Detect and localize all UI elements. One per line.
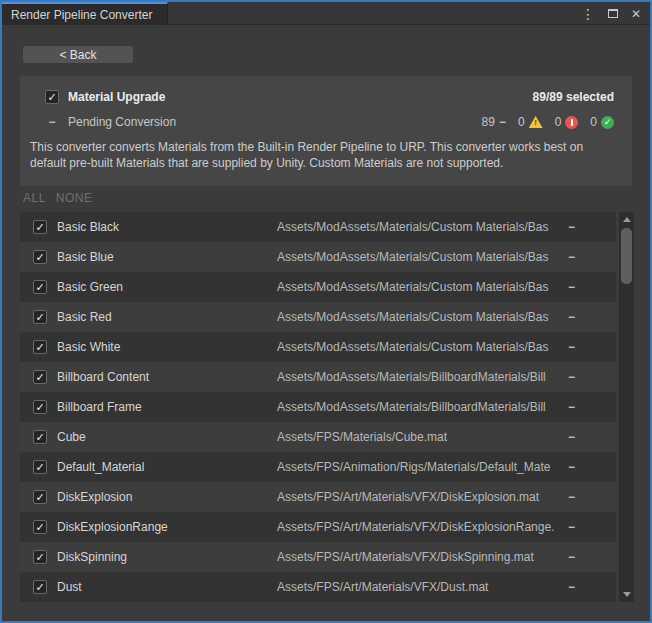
pending-status-icon: −	[568, 250, 575, 264]
pending-status-icon: −	[568, 460, 575, 474]
material-path: Assets/ModAssets/Materials/Custom Materi…	[277, 280, 554, 294]
pending-status-icon: −	[568, 520, 575, 534]
material-checkbox[interactable]: ✓	[33, 580, 47, 594]
material-checkbox[interactable]: ✓	[33, 370, 47, 384]
close-icon[interactable]: ✕	[631, 8, 641, 20]
select-none-button[interactable]: NONE	[56, 191, 93, 205]
material-name: DiskExplosion	[57, 490, 132, 504]
material-path: Assets/FPS/Animation/Rigs/Materials/Defa…	[277, 460, 554, 474]
pending-conversion-label: Pending Conversion	[68, 115, 176, 129]
selected-count: 89/89 selected	[533, 90, 614, 104]
material-name: DiskSpinning	[57, 550, 127, 564]
material-path: Assets/FPS/Materials/Cube.mat	[277, 430, 554, 444]
pending-status-icon: −	[568, 280, 575, 294]
material-row[interactable]: ✓ DiskExplosion Assets/FPS/Art/Materials…	[20, 482, 616, 512]
material-row[interactable]: ✓ Basic White Assets/ModAssets/Materials…	[20, 332, 616, 362]
error-count-group: 0	[555, 115, 579, 129]
converter-title: Material Upgrade	[68, 90, 165, 104]
title-bar: Render Pipeline Converter ⋮ ✕	[2, 2, 650, 25]
material-checkbox[interactable]: ✓	[33, 310, 47, 324]
warning-count: 0	[518, 115, 525, 129]
material-path: Assets/ModAssets/Materials/Custom Materi…	[277, 250, 554, 264]
material-upgrade-checkbox[interactable]: ✓	[45, 90, 59, 104]
pending-status-icon: −	[568, 580, 575, 594]
material-name: Default_Material	[57, 460, 144, 474]
materials-list: ✓ Basic Black Assets/ModAssets/Materials…	[20, 212, 616, 602]
material-name: DiskExplosionRange	[57, 520, 168, 534]
back-button[interactable]: < Back	[22, 45, 134, 64]
material-row[interactable]: ✓ Dust Assets/FPS/Art/Materials/VFX/Dust…	[20, 572, 616, 602]
material-checkbox[interactable]: ✓	[33, 220, 47, 234]
window-controls: ⋮ ✕	[581, 2, 641, 25]
success-count-group: 0 ✓	[590, 115, 614, 129]
scrollbar-thumb[interactable]	[621, 228, 632, 284]
material-row[interactable]: ✓ Basic Red Assets/ModAssets/Materials/C…	[20, 302, 616, 332]
pending-status-icon: −	[499, 115, 506, 129]
kebab-menu-icon[interactable]: ⋮	[581, 7, 595, 21]
tab-render-pipeline-converter[interactable]: Render Pipeline Converter	[2, 2, 168, 25]
material-checkbox[interactable]: ✓	[33, 460, 47, 474]
material-row[interactable]: ✓ Billboard Frame Assets/ModAssets/Mater…	[20, 392, 616, 422]
material-row[interactable]: ✓ Cube Assets/FPS/Materials/Cube.mat −	[20, 422, 616, 452]
pending-status-icon: −	[568, 340, 575, 354]
material-name: Basic Black	[57, 220, 119, 234]
material-checkbox[interactable]: ✓	[33, 520, 47, 534]
status-counts: 89 − 0 ! 0 0 ✓	[470, 115, 614, 129]
list-scrollbar[interactable]	[619, 212, 634, 602]
converter-header-row: ✓ Material Upgrade 89/89 selected	[20, 76, 632, 104]
material-checkbox[interactable]: ✓	[33, 490, 47, 504]
exclamation-bar	[571, 119, 573, 126]
material-checkbox[interactable]: ✓	[33, 280, 47, 294]
pending-status-icon: −	[568, 400, 575, 414]
material-path: Assets/FPS/Art/Materials/VFX/Dust.mat	[277, 580, 554, 594]
material-name: Billboard Frame	[57, 400, 142, 414]
success-count: 0	[590, 115, 597, 129]
material-checkbox[interactable]: ✓	[33, 400, 47, 414]
material-checkbox[interactable]: ✓	[33, 250, 47, 264]
warning-icon: !	[529, 116, 543, 128]
material-path: Assets/ModAssets/Materials/Custom Materi…	[277, 340, 554, 354]
material-path: Assets/FPS/Art/Materials/VFX/DiskExplosi…	[277, 490, 554, 504]
pending-count-group: 89 −	[482, 115, 506, 129]
pending-count: 89	[482, 115, 495, 129]
material-row[interactable]: ✓ DiskSpinning Assets/FPS/Art/Materials/…	[20, 542, 616, 572]
converter-description: This converter converts Materials from t…	[20, 129, 632, 171]
material-name: Basic Red	[57, 310, 112, 324]
pending-status-icon: −	[568, 370, 575, 384]
material-row[interactable]: ✓ DiskExplosionRange Assets/FPS/Art/Mate…	[20, 512, 616, 542]
material-row[interactable]: ✓ Basic Black Assets/ModAssets/Materials…	[20, 212, 616, 242]
pending-status-icon: −	[568, 430, 575, 444]
material-row[interactable]: ✓ Default_Material Assets/FPS/Animation/…	[20, 452, 616, 482]
material-path: Assets/FPS/Art/Materials/VFX/DiskExplosi…	[277, 520, 554, 534]
select-all-button[interactable]: ALL	[23, 191, 46, 205]
material-name: Basic Blue	[57, 250, 114, 264]
pending-status-icon: −	[568, 490, 575, 504]
pending-dash-icon: −	[45, 115, 59, 129]
material-name: Billboard Content	[57, 370, 149, 384]
material-row[interactable]: ✓ Basic Blue Assets/ModAssets/Materials/…	[20, 242, 616, 272]
warning-count-group: 0 !	[518, 115, 543, 129]
material-path: Assets/ModAssets/Materials/Custom Materi…	[277, 220, 554, 234]
material-name: Basic White	[57, 340, 120, 354]
pending-conversion-row[interactable]: − Pending Conversion 89 − 0 ! 0 0 ✓	[20, 104, 632, 129]
material-row[interactable]: ✓ Billboard Content Assets/ModAssets/Mat…	[20, 362, 616, 392]
material-row[interactable]: ✓ Basic Green Assets/ModAssets/Materials…	[20, 272, 616, 302]
material-path: Assets/ModAssets/Materials/BillboardMate…	[277, 370, 554, 384]
render-pipeline-converter-window: Render Pipeline Converter ⋮ ✕ < Back ✓ M…	[0, 0, 652, 623]
maximize-icon[interactable]	[608, 9, 618, 18]
scroll-up-icon[interactable]	[623, 217, 631, 222]
material-checkbox[interactable]: ✓	[33, 550, 47, 564]
material-path: Assets/ModAssets/Materials/Custom Materi…	[277, 310, 554, 324]
success-icon: ✓	[601, 116, 614, 129]
material-checkbox[interactable]: ✓	[33, 430, 47, 444]
pending-status-icon: −	[568, 220, 575, 234]
selection-toolbar: ALL NONE	[23, 191, 93, 205]
error-icon	[565, 116, 578, 129]
window-title: Render Pipeline Converter	[11, 8, 152, 22]
material-checkbox[interactable]: ✓	[33, 340, 47, 354]
pending-status-icon: −	[568, 310, 575, 324]
pending-status-icon: −	[568, 550, 575, 564]
error-count: 0	[555, 115, 562, 129]
scroll-down-icon[interactable]	[623, 592, 631, 597]
material-name: Cube	[57, 430, 86, 444]
